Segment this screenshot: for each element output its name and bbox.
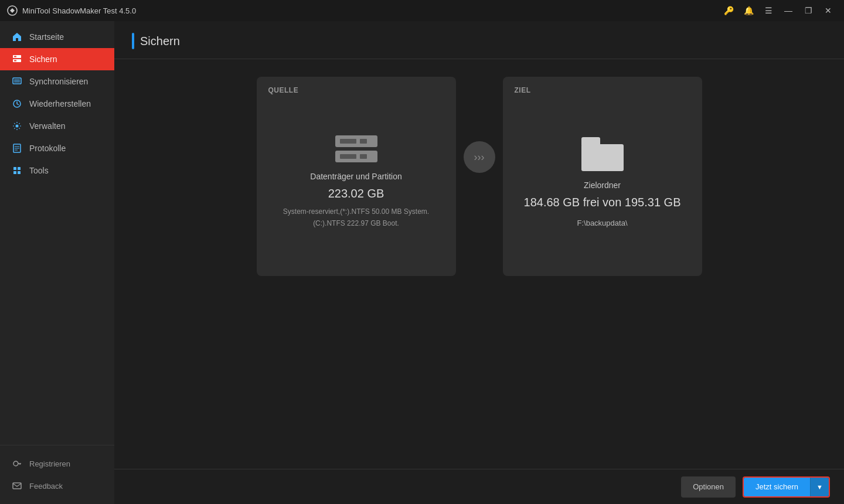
svg-rect-15 bbox=[13, 171, 16, 174]
source-panel-detail: System-reserviert,(*:).NTFS 50.00 MB Sys… bbox=[283, 206, 429, 229]
app-logo-icon bbox=[7, 5, 18, 16]
nav-items: Startseite Sichern Synchronisieren Wiede… bbox=[0, 21, 114, 445]
svg-rect-20 bbox=[13, 483, 21, 489]
app-title: MiniTool ShadowMaker Test 4.5.0 bbox=[22, 6, 136, 15]
svg-point-8 bbox=[16, 125, 19, 128]
folder-body bbox=[581, 144, 624, 171]
sidebar-label-startseite: Startseite bbox=[29, 32, 64, 42]
dropdown-arrow-icon: ▼ bbox=[816, 483, 823, 491]
target-panel-name: Zielordner bbox=[584, 181, 621, 190]
backup-now-button[interactable]: Jetzt sichern bbox=[744, 478, 810, 496]
options-button[interactable]: Optionen bbox=[681, 476, 736, 498]
sidebar-item-tools[interactable]: Tools bbox=[0, 159, 114, 182]
sidebar-item-registrieren[interactable]: Registrieren bbox=[0, 452, 114, 475]
target-panel-path: F:\backupdata\ bbox=[577, 219, 628, 227]
source-panel[interactable]: QUELLE Datenträger und Partition 223.02 … bbox=[257, 77, 456, 276]
sidebar-item-synchronisieren[interactable]: Synchronisieren bbox=[0, 70, 114, 93]
restore-button[interactable]: ❐ bbox=[799, 2, 817, 19]
titlebar-left: MiniTool ShadowMaker Test 4.5.0 bbox=[7, 5, 136, 16]
sync-icon bbox=[12, 76, 22, 87]
svg-rect-3 bbox=[14, 56, 16, 57]
source-panel-label: QUELLE bbox=[268, 86, 299, 94]
header-accent bbox=[132, 33, 134, 49]
page-title: Sichern bbox=[140, 35, 180, 48]
backup-dropdown-button[interactable]: ▼ bbox=[810, 478, 829, 496]
sidebar-label-verwalten: Verwalten bbox=[29, 121, 65, 131]
key-icon[interactable]: 🔑 bbox=[720, 2, 737, 19]
target-panel-label: ZIEL bbox=[515, 86, 531, 94]
titlebar: MiniTool ShadowMaker Test 4.5.0 🔑 🔔 ☰ — … bbox=[0, 0, 844, 21]
sidebar-item-protokolle[interactable]: Protokolle bbox=[0, 137, 114, 159]
sidebar-item-wiederherstellen[interactable]: Wiederherstellen bbox=[0, 93, 114, 115]
notification-icon[interactable]: 🔔 bbox=[740, 2, 757, 19]
sidebar-label-tools: Tools bbox=[29, 166, 49, 175]
sidebar-label-protokolle: Protokolle bbox=[29, 144, 66, 153]
content-header: Sichern bbox=[114, 21, 844, 59]
backup-button-group: Jetzt sichern ▼ bbox=[743, 476, 830, 498]
bottom-bar: Optionen Jetzt sichern ▼ bbox=[114, 469, 844, 504]
sidebar-item-sichern[interactable]: Sichern bbox=[0, 48, 114, 70]
svg-rect-13 bbox=[13, 167, 16, 170]
content-area: Sichern QUELLE Datenträger und Partition… bbox=[114, 21, 844, 504]
sidebar-label-wiederherstellen: Wiederherstellen bbox=[29, 99, 91, 108]
restore-icon bbox=[12, 98, 22, 109]
home-icon bbox=[12, 32, 22, 42]
folder-icon-area bbox=[581, 137, 624, 171]
menu-icon[interactable]: ☰ bbox=[760, 2, 777, 19]
svg-point-17 bbox=[13, 461, 18, 466]
sidebar-bottom: Registrieren Feedback bbox=[0, 445, 114, 504]
mail-icon bbox=[12, 481, 22, 491]
sidebar-item-feedback[interactable]: Feedback bbox=[0, 475, 114, 497]
target-panel[interactable]: ZIEL Zielordner 184.68 GB frei von 195.3… bbox=[503, 77, 702, 276]
titlebar-controls: 🔑 🔔 ☰ — ❐ ✕ bbox=[720, 2, 837, 19]
sidebar-label-sichern: Sichern bbox=[29, 55, 57, 64]
sidebar-item-verwalten[interactable]: Verwalten bbox=[0, 115, 114, 137]
hdd-disk-2 bbox=[335, 151, 377, 162]
svg-rect-14 bbox=[18, 167, 21, 170]
arrow-button[interactable]: ››› bbox=[464, 141, 495, 173]
svg-rect-16 bbox=[18, 171, 21, 174]
backup-icon bbox=[12, 54, 22, 64]
hdd-icon-area bbox=[335, 135, 377, 162]
source-panel-name: Datenträger und Partition bbox=[310, 172, 401, 181]
main-layout: Startseite Sichern Synchronisieren Wiede… bbox=[0, 21, 844, 504]
svg-rect-4 bbox=[14, 60, 16, 62]
hdd-disk-1 bbox=[335, 135, 377, 147]
target-panel-size: 184.68 GB frei von 195.31 GB bbox=[524, 196, 681, 209]
svg-rect-6 bbox=[14, 79, 20, 83]
hdd-icon bbox=[335, 135, 377, 162]
tools-icon bbox=[12, 165, 22, 176]
sidebar-item-startseite[interactable]: Startseite bbox=[0, 26, 114, 48]
manage-icon bbox=[12, 121, 22, 131]
close-button[interactable]: ✕ bbox=[819, 2, 837, 19]
key-nav-icon bbox=[12, 458, 22, 469]
folder-icon bbox=[581, 137, 624, 171]
sidebar-label-synchronisieren: Synchronisieren bbox=[29, 77, 88, 86]
minimize-button[interactable]: — bbox=[780, 2, 797, 19]
sidebar: Startseite Sichern Synchronisieren Wiede… bbox=[0, 21, 114, 504]
arrow-connector: ››› bbox=[456, 141, 503, 173]
source-panel-size: 223.02 GB bbox=[328, 187, 384, 200]
logs-icon bbox=[12, 143, 22, 154]
backup-area: QUELLE Datenträger und Partition 223.02 … bbox=[114, 59, 844, 469]
sidebar-label-registrieren: Registrieren bbox=[29, 459, 70, 468]
sidebar-label-feedback: Feedback bbox=[29, 482, 63, 491]
